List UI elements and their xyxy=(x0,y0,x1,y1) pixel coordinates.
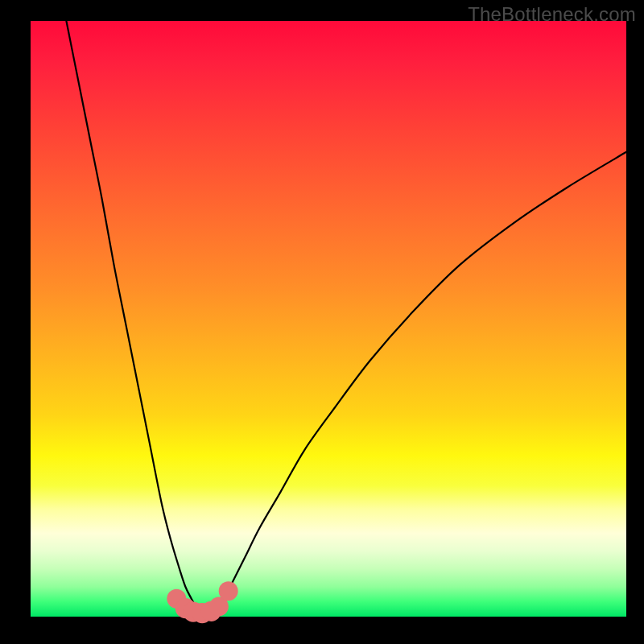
curve-left xyxy=(66,21,196,608)
chart-frame: TheBottleneck.com xyxy=(0,0,644,644)
curve-layer xyxy=(31,21,626,617)
watermark-text: TheBottleneck.com xyxy=(468,3,636,26)
valley-markers xyxy=(167,581,237,623)
valley-marker xyxy=(219,581,238,601)
plot-area xyxy=(31,21,626,617)
curve-right xyxy=(218,152,626,608)
